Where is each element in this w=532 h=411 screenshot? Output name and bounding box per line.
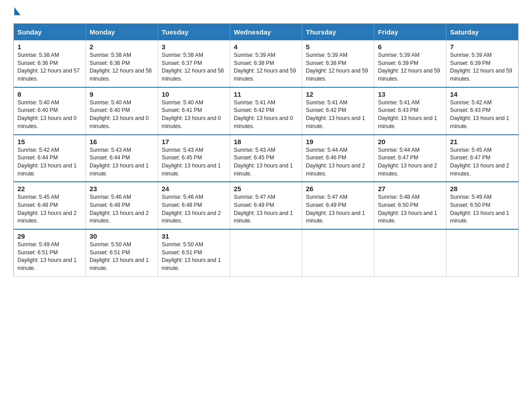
calendar-cell xyxy=(230,229,302,276)
day-info: Sunrise: 5:43 AMSunset: 6:44 PMDaylight:… xyxy=(90,147,149,177)
day-number: 17 xyxy=(162,138,226,146)
calendar-cell: 9 Sunrise: 5:40 AMSunset: 6:40 PMDayligh… xyxy=(86,87,158,135)
week-row-3: 15 Sunrise: 5:42 AMSunset: 6:44 PMDaylig… xyxy=(14,135,519,182)
day-number: 8 xyxy=(17,90,82,98)
day-info: Sunrise: 5:50 AMSunset: 6:51 PMDaylight:… xyxy=(90,241,149,271)
header-thursday: Thursday xyxy=(302,24,374,41)
calendar-cell: 21 Sunrise: 5:45 AMSunset: 6:47 PMDaylig… xyxy=(446,135,519,182)
header-tuesday: Tuesday xyxy=(158,24,230,41)
day-number: 27 xyxy=(378,185,442,193)
calendar-cell: 18 Sunrise: 5:43 AMSunset: 6:45 PMDaylig… xyxy=(230,135,302,182)
calendar-cell: 23 Sunrise: 5:46 AMSunset: 6:48 PMDaylig… xyxy=(86,182,158,229)
calendar-cell: 3 Sunrise: 5:38 AMSunset: 6:37 PMDayligh… xyxy=(158,40,230,87)
day-number: 10 xyxy=(162,90,226,98)
day-number: 5 xyxy=(306,43,370,51)
day-number: 22 xyxy=(17,185,82,193)
day-info: Sunrise: 5:38 AMSunset: 6:36 PMDaylight:… xyxy=(90,52,152,82)
calendar-cell: 8 Sunrise: 5:40 AMSunset: 6:40 PMDayligh… xyxy=(14,87,86,135)
day-number: 18 xyxy=(234,138,298,146)
day-number: 14 xyxy=(450,90,515,98)
day-info: Sunrise: 5:46 AMSunset: 6:48 PMDaylight:… xyxy=(90,194,149,224)
week-row-2: 8 Sunrise: 5:40 AMSunset: 6:40 PMDayligh… xyxy=(14,87,519,135)
day-number: 25 xyxy=(234,185,298,193)
day-info: Sunrise: 5:40 AMSunset: 6:40 PMDaylight:… xyxy=(90,99,149,129)
day-info: Sunrise: 5:39 AMSunset: 6:39 PMDaylight:… xyxy=(450,52,512,82)
day-info: Sunrise: 5:40 AMSunset: 6:41 PMDaylight:… xyxy=(162,99,221,129)
calendar-cell: 15 Sunrise: 5:42 AMSunset: 6:44 PMDaylig… xyxy=(14,135,86,182)
day-number: 2 xyxy=(90,43,154,51)
day-info: Sunrise: 5:44 AMSunset: 6:46 PMDaylight:… xyxy=(306,147,365,177)
day-number: 13 xyxy=(378,90,442,98)
calendar-table: SundayMondayTuesdayWednesdayThursdayFrid… xyxy=(13,23,519,277)
calendar-cell: 27 Sunrise: 5:48 AMSunset: 6:50 PMDaylig… xyxy=(374,182,446,229)
calendar-cell: 26 Sunrise: 5:47 AMSunset: 6:49 PMDaylig… xyxy=(302,182,374,229)
calendar-cell: 30 Sunrise: 5:50 AMSunset: 6:51 PMDaylig… xyxy=(86,229,158,276)
day-number: 29 xyxy=(17,232,82,240)
calendar-header-row: SundayMondayTuesdayWednesdayThursdayFrid… xyxy=(14,24,519,41)
day-info: Sunrise: 5:41 AMSunset: 6:43 PMDaylight:… xyxy=(378,99,437,129)
calendar-cell: 14 Sunrise: 5:42 AMSunset: 6:43 PMDaylig… xyxy=(446,87,519,135)
day-info: Sunrise: 5:38 AMSunset: 6:36 PMDaylight:… xyxy=(17,52,80,82)
day-info: Sunrise: 5:50 AMSunset: 6:51 PMDaylight:… xyxy=(162,241,221,271)
header-monday: Monday xyxy=(86,24,158,41)
day-info: Sunrise: 5:39 AMSunset: 6:38 PMDaylight:… xyxy=(306,52,368,82)
day-number: 15 xyxy=(17,138,82,146)
day-number: 1 xyxy=(17,43,82,51)
calendar-cell: 22 Sunrise: 5:45 AMSunset: 6:48 PMDaylig… xyxy=(14,182,86,229)
calendar-cell: 28 Sunrise: 5:49 AMSunset: 6:50 PMDaylig… xyxy=(446,182,519,229)
week-row-5: 29 Sunrise: 5:49 AMSunset: 6:51 PMDaylig… xyxy=(14,229,519,276)
day-number: 23 xyxy=(90,185,154,193)
calendar-cell xyxy=(374,229,446,276)
calendar-cell: 4 Sunrise: 5:39 AMSunset: 6:38 PMDayligh… xyxy=(230,40,302,87)
calendar-cell: 29 Sunrise: 5:49 AMSunset: 6:51 PMDaylig… xyxy=(14,229,86,276)
day-number: 11 xyxy=(234,90,298,98)
calendar-cell xyxy=(302,229,374,276)
header-sunday: Sunday xyxy=(14,24,86,41)
calendar-cell: 7 Sunrise: 5:39 AMSunset: 6:39 PMDayligh… xyxy=(446,40,519,87)
calendar-cell: 5 Sunrise: 5:39 AMSunset: 6:38 PMDayligh… xyxy=(302,40,374,87)
day-info: Sunrise: 5:44 AMSunset: 6:47 PMDaylight:… xyxy=(378,147,437,177)
calendar-cell xyxy=(446,229,519,276)
day-info: Sunrise: 5:49 AMSunset: 6:50 PMDaylight:… xyxy=(450,194,509,224)
day-info: Sunrise: 5:39 AMSunset: 6:39 PMDaylight:… xyxy=(378,52,440,82)
day-info: Sunrise: 5:39 AMSunset: 6:38 PMDaylight:… xyxy=(234,52,296,82)
day-number: 7 xyxy=(450,43,515,51)
day-info: Sunrise: 5:42 AMSunset: 6:44 PMDaylight:… xyxy=(17,147,77,177)
calendar-cell: 24 Sunrise: 5:46 AMSunset: 6:48 PMDaylig… xyxy=(158,182,230,229)
calendar-cell: 10 Sunrise: 5:40 AMSunset: 6:41 PMDaylig… xyxy=(158,87,230,135)
day-info: Sunrise: 5:47 AMSunset: 6:49 PMDaylight:… xyxy=(234,194,293,224)
header-saturday: Saturday xyxy=(446,24,519,41)
header-friday: Friday xyxy=(374,24,446,41)
day-number: 16 xyxy=(90,138,154,146)
header-wednesday: Wednesday xyxy=(230,24,302,41)
calendar-cell: 2 Sunrise: 5:38 AMSunset: 6:36 PMDayligh… xyxy=(86,40,158,87)
day-info: Sunrise: 5:38 AMSunset: 6:37 PMDaylight:… xyxy=(162,52,224,82)
day-info: Sunrise: 5:45 AMSunset: 6:48 PMDaylight:… xyxy=(17,194,77,224)
day-number: 20 xyxy=(378,138,442,146)
day-number: 21 xyxy=(450,138,515,146)
calendar-cell: 11 Sunrise: 5:41 AMSunset: 6:42 PMDaylig… xyxy=(230,87,302,135)
day-info: Sunrise: 5:45 AMSunset: 6:47 PMDaylight:… xyxy=(450,147,509,177)
calendar-cell: 25 Sunrise: 5:47 AMSunset: 6:49 PMDaylig… xyxy=(230,182,302,229)
day-number: 9 xyxy=(90,90,154,98)
day-number: 19 xyxy=(306,138,370,146)
day-number: 12 xyxy=(306,90,370,98)
day-info: Sunrise: 5:43 AMSunset: 6:45 PMDaylight:… xyxy=(162,147,221,177)
day-info: Sunrise: 5:43 AMSunset: 6:45 PMDaylight:… xyxy=(234,147,293,177)
day-number: 6 xyxy=(378,43,442,51)
calendar-cell: 16 Sunrise: 5:43 AMSunset: 6:44 PMDaylig… xyxy=(86,135,158,182)
calendar-cell: 6 Sunrise: 5:39 AMSunset: 6:39 PMDayligh… xyxy=(374,40,446,87)
day-number: 4 xyxy=(234,43,298,51)
day-info: Sunrise: 5:46 AMSunset: 6:48 PMDaylight:… xyxy=(162,194,221,224)
day-info: Sunrise: 5:49 AMSunset: 6:51 PMDaylight:… xyxy=(17,241,77,271)
day-number: 28 xyxy=(450,185,515,193)
week-row-4: 22 Sunrise: 5:45 AMSunset: 6:48 PMDaylig… xyxy=(14,182,519,229)
day-info: Sunrise: 5:41 AMSunset: 6:42 PMDaylight:… xyxy=(306,99,365,129)
day-info: Sunrise: 5:47 AMSunset: 6:49 PMDaylight:… xyxy=(306,194,365,224)
calendar-cell: 12 Sunrise: 5:41 AMSunset: 6:42 PMDaylig… xyxy=(302,87,374,135)
day-info: Sunrise: 5:48 AMSunset: 6:50 PMDaylight:… xyxy=(378,194,437,224)
calendar-cell: 19 Sunrise: 5:44 AMSunset: 6:46 PMDaylig… xyxy=(302,135,374,182)
day-number: 24 xyxy=(162,185,226,193)
day-info: Sunrise: 5:42 AMSunset: 6:43 PMDaylight:… xyxy=(450,99,509,129)
calendar-cell: 17 Sunrise: 5:43 AMSunset: 6:45 PMDaylig… xyxy=(158,135,230,182)
